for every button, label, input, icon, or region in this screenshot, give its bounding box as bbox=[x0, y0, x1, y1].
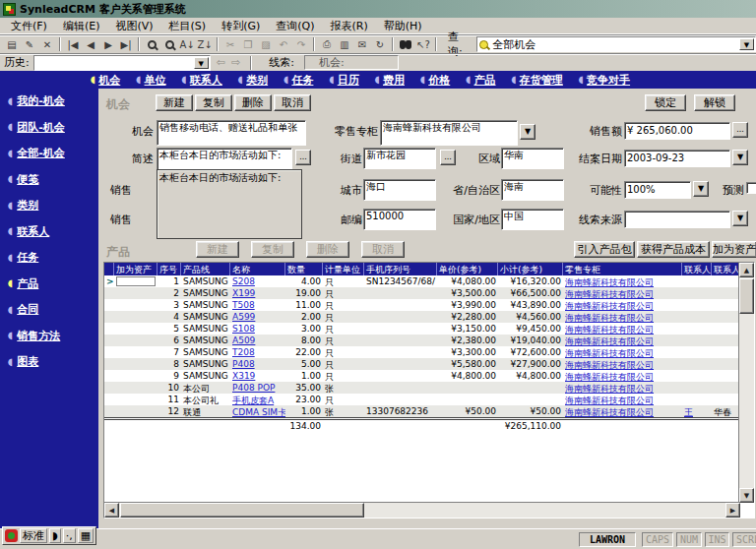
cell-name-link[interactable]: 手机皮套A bbox=[232, 396, 274, 405]
cell-name-link[interactable]: A599 bbox=[232, 312, 255, 322]
menu-item[interactable]: 文件(F) bbox=[4, 18, 54, 34]
table-row[interactable]: 2SAMSUNGX19919.00只¥3,500.00¥66,500.00海南蜂… bbox=[104, 287, 739, 299]
table-row[interactable]: 6SAMSUNGA5098.00只¥2,380.00¥19,040.00海南蜂新… bbox=[104, 335, 739, 346]
menu-item[interactable]: 查询(Q) bbox=[269, 18, 321, 34]
close-date-dropdown-icon[interactable]: ▼ bbox=[732, 150, 748, 165]
lead-source-dropdown-icon[interactable]: ▼ bbox=[732, 211, 748, 226]
menu-item[interactable]: 帮助(H) bbox=[377, 18, 429, 34]
table-row[interactable]: 12联通CDMA SIM卡1.00张13307682236¥50.00¥50.0… bbox=[104, 405, 739, 417]
new-record-icon[interactable]: ▤ bbox=[3, 36, 21, 52]
grid-horizontal-scrollbar[interactable]: ◀ ▶ bbox=[104, 502, 740, 518]
product-action-button[interactable]: 复制 bbox=[251, 241, 294, 258]
column-header-零售专柜[interactable]: 零售专柜 bbox=[563, 263, 682, 275]
column-header-序号[interactable]: 序号 bbox=[158, 263, 181, 275]
sidebar-item-合同[interactable]: ◖合同 bbox=[8, 302, 38, 317]
cut-icon[interactable]: ✂ bbox=[221, 36, 239, 52]
cell-name-link[interactable]: P408 POP bbox=[232, 383, 275, 393]
menu-item[interactable]: 编辑(E) bbox=[56, 18, 107, 34]
table-row[interactable]: 3SAMSUNGT50811.00只¥3,990.00¥43,890.00海南蜂… bbox=[104, 299, 739, 311]
forecast-checkbox[interactable] bbox=[746, 182, 756, 194]
cell-name-link[interactable]: T208 bbox=[232, 347, 255, 357]
undo-icon[interactable]: ↶ bbox=[275, 36, 292, 52]
product-tool-button[interactable]: 加为资产 bbox=[712, 241, 756, 258]
cell-counter-link[interactable]: 海南蜂新科技有限公司 bbox=[565, 372, 654, 382]
country-input[interactable]: 中国 bbox=[501, 209, 564, 230]
cell-name-link[interactable]: S208 bbox=[232, 276, 255, 286]
product-action-button[interactable]: 删除 bbox=[306, 241, 349, 258]
zip-input[interactable]: 510000 bbox=[363, 209, 436, 230]
cell-counter-link[interactable]: 海南蜂新科技有限公司 bbox=[565, 384, 654, 394]
scroll-up-icon[interactable]: ▲ bbox=[739, 263, 754, 277]
cell-counter-link[interactable]: 海南蜂新科技有限公司 bbox=[565, 407, 654, 417]
column-header-数量[interactable]: 数量 bbox=[285, 263, 323, 275]
scroll-left-icon[interactable]: ◀ bbox=[104, 503, 119, 518]
asset-edit-cell[interactable] bbox=[116, 276, 156, 286]
ime-toolbar[interactable]: 标准 ◗ ·, ▦ bbox=[2, 526, 96, 545]
tab-类别[interactable]: ◖类别 bbox=[232, 73, 274, 88]
opportunity-action-button[interactable]: 新建 bbox=[156, 94, 193, 111]
column-header-计量单位[interactable]: 计量单位 bbox=[323, 263, 364, 275]
sidebar-item-任务[interactable]: ◖任务 bbox=[8, 250, 38, 265]
opportunity-action-button[interactable]: 复制 bbox=[195, 94, 232, 111]
cell-name-link[interactable]: CDMA SIM卡 bbox=[232, 407, 285, 417]
last-record-icon[interactable]: ▶| bbox=[117, 36, 135, 52]
cell-name-link[interactable]: P408 bbox=[232, 359, 255, 369]
prev-record-icon[interactable]: ◀ bbox=[82, 36, 99, 52]
sort-ascending-icon[interactable]: A↓ bbox=[178, 36, 196, 52]
ime-punctuation-icon[interactable]: ·, bbox=[63, 528, 76, 543]
cell-counter-link[interactable]: 海南蜂新科技有限公司 bbox=[565, 313, 654, 323]
column-header-手机序列号[interactable]: 手机序列号 bbox=[364, 263, 437, 275]
cell-name-link[interactable]: X199 bbox=[232, 288, 255, 298]
column-header-产品线[interactable]: 产品线 bbox=[181, 263, 230, 275]
product-action-button[interactable]: 新建 bbox=[196, 241, 239, 258]
redo-icon[interactable]: ↷ bbox=[292, 36, 310, 52]
cell-counter-link[interactable]: 海南蜂新科技有限公司 bbox=[565, 289, 654, 299]
sidebar-item-联系人[interactable]: ◖联系人 bbox=[8, 224, 49, 239]
table-row[interactable]: 9SAMSUNGX3191.00只¥4,800.00¥4,800.00海南蜂新科… bbox=[104, 370, 739, 382]
sidebar-item-全部-机会[interactable]: ◖全部-机会 bbox=[8, 146, 65, 160]
column-header-联系人名[interactable]: 联系人名 bbox=[712, 263, 739, 275]
mail-icon[interactable]: ✉ bbox=[353, 36, 371, 52]
sidebar-item-产品[interactable]: ◖产品 bbox=[8, 276, 38, 291]
close-date-input[interactable]: 2003-09-23 bbox=[624, 150, 730, 167]
tab-存货管理[interactable]: ◖存货管理 bbox=[506, 73, 569, 88]
sidebar-item-团队-机会[interactable]: ◖团队-机会 bbox=[8, 120, 65, 135]
summary-input[interactable]: 本柜台本日的市场活动如下: bbox=[157, 148, 292, 171]
table-row[interactable]: >1SAMSUNGS2084.00只SN1234567/68/¥4,080.00… bbox=[104, 275, 739, 287]
tab-联系人[interactable]: ◖联系人 bbox=[176, 73, 228, 88]
cell-counter-link[interactable]: 海南蜂新科技有限公司 bbox=[565, 325, 654, 335]
first-record-icon[interactable]: |◀ bbox=[64, 36, 82, 52]
cell-name-link[interactable]: T508 bbox=[232, 300, 255, 310]
find-preview-icon[interactable] bbox=[160, 36, 178, 52]
region-input[interactable]: 华南 bbox=[501, 148, 564, 169]
tab-价格[interactable]: ◖价格 bbox=[414, 73, 456, 88]
summary-ellipsis-button[interactable]: ... bbox=[295, 150, 311, 165]
context-help-icon[interactable]: ↖? bbox=[414, 36, 432, 52]
tab-费用[interactable]: ◖费用 bbox=[369, 73, 410, 88]
hscroll-thumb[interactable] bbox=[120, 503, 364, 518]
cell-counter-link[interactable]: 海南蜂新科技有限公司 bbox=[565, 396, 654, 405]
delete-record-icon[interactable]: ✕ bbox=[38, 36, 56, 52]
export-icon[interactable]: ▥ bbox=[336, 36, 353, 52]
table-row[interactable]: 8SAMSUNGP4085.00只¥5,580.00¥27,900.00海南蜂新… bbox=[104, 358, 739, 370]
print-icon[interactable]: ⎙ bbox=[318, 36, 336, 52]
tab-竞争对手[interactable]: ◖竞争对手 bbox=[573, 73, 636, 88]
sort-descending-icon[interactable]: Z↓ bbox=[196, 36, 214, 52]
cell-counter-link[interactable]: 海南蜂新科技有限公司 bbox=[565, 301, 654, 311]
find-icon[interactable] bbox=[143, 36, 160, 52]
history-forward-icon[interactable]: ⇨ bbox=[231, 56, 240, 69]
table-row[interactable]: 7SAMSUNGT20822.00只¥3,300.00¥72,600.00海南蜂… bbox=[104, 346, 739, 358]
copy-icon[interactable]: ❐ bbox=[239, 36, 257, 52]
ime-halfwidth-icon[interactable]: ◗ bbox=[49, 528, 61, 543]
menu-item[interactable]: 转到(G) bbox=[215, 18, 267, 34]
probability-dropdown-icon[interactable]: ▼ bbox=[693, 181, 709, 197]
binoculars-find-icon[interactable] bbox=[397, 36, 414, 52]
cell-counter-link[interactable]: 海南蜂新科技有限公司 bbox=[565, 360, 654, 370]
column-header-单价(参考)[interactable]: 单价(参考) bbox=[437, 263, 498, 275]
opportunity-action-button[interactable]: 删除 bbox=[234, 94, 272, 111]
history-combobox[interactable]: ▼ bbox=[33, 55, 211, 71]
product-tool-button[interactable]: 获得产品成本 bbox=[637, 241, 710, 258]
tab-单位[interactable]: ◖单位 bbox=[130, 73, 171, 88]
scroll-right-icon[interactable]: ▶ bbox=[725, 503, 740, 518]
tab-产品[interactable]: ◖产品 bbox=[460, 73, 501, 88]
